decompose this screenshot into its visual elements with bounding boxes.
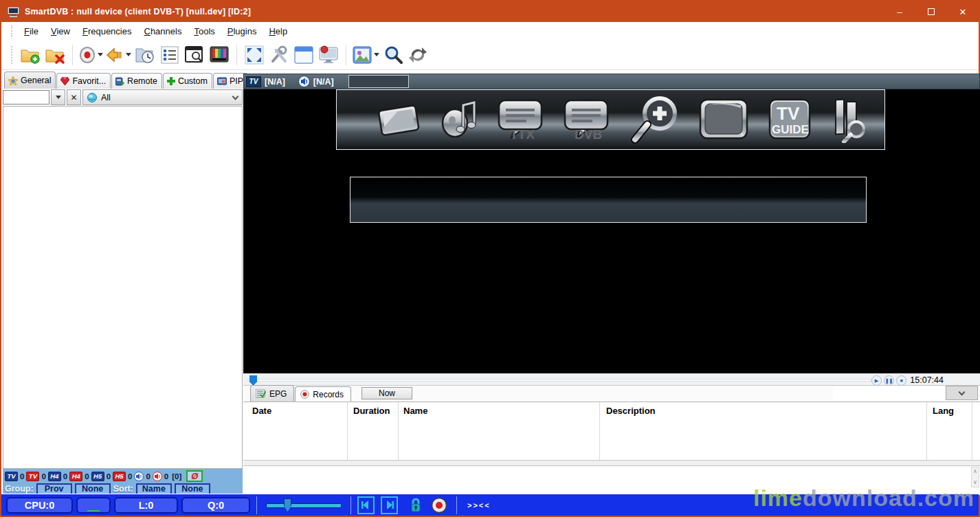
- sort-name-button[interactable]: Name: [136, 483, 172, 495]
- close-button[interactable]: ✕: [947, 1, 979, 22]
- channel-search-input[interactable]: [3, 90, 49, 104]
- group-combobox[interactable]: All: [82, 89, 243, 105]
- tab-epg[interactable]: EPG: [250, 385, 294, 402]
- column-divider[interactable]: [599, 402, 600, 460]
- record-toggle-icon[interactable]: [431, 497, 447, 514]
- fullscreen-button[interactable]: [243, 43, 265, 67]
- picture-button[interactable]: [353, 43, 379, 67]
- play-button[interactable]: ▶: [871, 375, 882, 386]
- tab-records[interactable]: Records: [295, 386, 351, 402]
- h4-count-badge: H4: [48, 472, 61, 481]
- osd-zoom-icon[interactable]: [628, 94, 680, 145]
- column-lang[interactable]: Lang: [933, 406, 954, 416]
- hide-channels-button[interactable]: Ø: [186, 470, 203, 482]
- zoom-button[interactable]: [382, 43, 404, 67]
- column-duration[interactable]: Duration: [353, 406, 390, 416]
- tab-label: Remote: [127, 76, 157, 86]
- column-description[interactable]: Description: [606, 406, 656, 416]
- osd-dvb-subtitle-icon[interactable]: DVB: [562, 98, 610, 142]
- epg-splitter[interactable]: [243, 460, 980, 466]
- new-window-button[interactable]: [293, 43, 315, 67]
- scroll-up-icon[interactable]: ∧: [973, 469, 977, 474]
- swap-arrows-label[interactable]: >><<: [467, 501, 491, 509]
- osd-teletext-icon[interactable]: TTX: [496, 98, 544, 142]
- window-find-button[interactable]: [183, 43, 205, 67]
- maximize-button[interactable]: [915, 1, 947, 22]
- channel-number-input[interactable]: [348, 75, 409, 88]
- picture-dropdown-caret[interactable]: [374, 53, 379, 56]
- scroll-down-icon[interactable]: ∨: [973, 480, 977, 485]
- settings-button[interactable]: [268, 43, 290, 67]
- osd-epg-search-icon[interactable]: [830, 96, 869, 143]
- osd-tv-icon[interactable]: [698, 97, 749, 142]
- back-button[interactable]: [106, 43, 131, 67]
- seek-bar[interactable]: ▶ ❚❚ ■ 15:07:44: [243, 373, 980, 386]
- search-dropdown-button[interactable]: [51, 89, 65, 105]
- video-display[interactable]: TTX DVB TVGUIDE: [243, 89, 980, 373]
- testcard-button[interactable]: [208, 43, 230, 67]
- column-date[interactable]: Date: [252, 406, 271, 416]
- tab-remote[interactable]: Remote: [111, 73, 162, 89]
- seek-marker[interactable]: [249, 375, 257, 386]
- record-icon: [79, 46, 96, 64]
- menu-plugins[interactable]: Plugins: [221, 24, 263, 38]
- menu-tools[interactable]: Tools: [188, 24, 221, 38]
- badge-count: 0: [164, 472, 168, 481]
- badge-count: 0: [107, 472, 111, 481]
- refresh-icon: [408, 45, 428, 65]
- column-divider[interactable]: [926, 402, 927, 460]
- epg-filter-input[interactable]: [833, 386, 944, 400]
- minimize-button[interactable]: –: [884, 1, 915, 22]
- title-bar[interactable]: SmartDVB : null device (client DVB-T) [n…: [1, 1, 979, 22]
- group-none-button[interactable]: None: [75, 483, 111, 495]
- app-icon: [8, 7, 19, 17]
- volume-thumb[interactable]: [284, 498, 291, 512]
- lock-icon[interactable]: [410, 498, 422, 513]
- history-button[interactable]: [134, 43, 156, 67]
- back-dropdown-caret[interactable]: [126, 53, 131, 56]
- prev-channel-button[interactable]: [357, 496, 375, 514]
- fullscreen-icon: [245, 45, 264, 65]
- osd-tv-guide-icon[interactable]: TVGUIDE: [767, 98, 812, 142]
- volume-track[interactable]: [266, 503, 342, 508]
- pause-button[interactable]: ❚❚: [884, 375, 894, 386]
- group-prov-button[interactable]: Prov: [36, 483, 72, 495]
- tab-favorites[interactable]: Favorit...: [56, 73, 111, 89]
- record-dropdown-caret[interactable]: [98, 53, 103, 56]
- clear-filter-button[interactable]: ✕: [67, 89, 81, 105]
- column-name[interactable]: Name: [403, 406, 427, 416]
- picture-icon: [353, 46, 372, 64]
- tab-custom[interactable]: Custom: [163, 73, 212, 89]
- now-button[interactable]: Now: [361, 387, 412, 399]
- epg-table[interactable]: Date Duration Name Description Lang: [243, 402, 980, 460]
- stop-button[interactable]: ■: [896, 375, 906, 386]
- add-folder-button[interactable]: [19, 43, 41, 67]
- osd-audio-icon[interactable]: [440, 98, 478, 141]
- sort-none-button[interactable]: None: [175, 483, 210, 495]
- menu-view[interactable]: View: [45, 24, 76, 38]
- menu-help[interactable]: Help: [263, 24, 293, 38]
- next-channel-button[interactable]: [381, 496, 398, 514]
- folder-clock-icon: [135, 45, 155, 65]
- description-scrollbar[interactable]: ∧∨: [971, 467, 979, 487]
- badge-count: 0: [146, 472, 150, 481]
- epg-combobox[interactable]: [946, 386, 978, 400]
- tab-general[interactable]: General: [4, 72, 56, 89]
- column-divider[interactable]: [398, 402, 399, 460]
- channel-list[interactable]: [3, 106, 243, 469]
- signal-mark: [87, 510, 100, 512]
- channel-list-button[interactable]: [159, 43, 181, 67]
- menu-channels[interactable]: Channels: [137, 24, 188, 38]
- menu-file[interactable]: File: [18, 24, 45, 38]
- screen-capture-button[interactable]: [318, 43, 339, 67]
- volume-slider[interactable]: [263, 497, 344, 514]
- record-button[interactable]: [79, 43, 103, 67]
- column-divider[interactable]: [347, 402, 348, 460]
- menu-frequencies[interactable]: Frequencies: [76, 24, 138, 38]
- refresh-button[interactable]: [407, 43, 429, 67]
- epg-description-area: ∧∨: [243, 466, 980, 488]
- column-divider[interactable]: [972, 402, 972, 460]
- seek-groove[interactable]: [247, 379, 871, 382]
- delete-folder-button[interactable]: [44, 43, 66, 67]
- osd-screen-icon[interactable]: [375, 100, 422, 140]
